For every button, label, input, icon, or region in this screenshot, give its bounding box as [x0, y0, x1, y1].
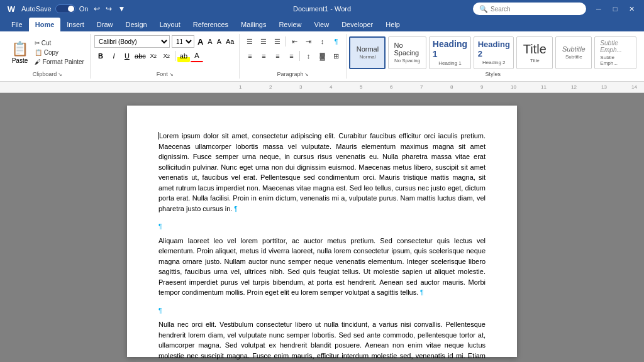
pilcrow-mark: ¶ [232, 206, 237, 212]
autosave-toggle[interactable] [55, 4, 75, 13]
align-left-button[interactable]: ≡ [243, 50, 256, 62]
cut-button[interactable]: ✂ Cut [33, 39, 86, 47]
shrink-font-icon[interactable]: A [206, 37, 213, 46]
align-right-button[interactable]: ≡ [271, 50, 284, 62]
style-item-normal[interactable]: NormalNormal [349, 36, 386, 69]
subscript-button[interactable]: X2 [147, 50, 160, 62]
document-area[interactable]: Lorem ipsum dolor sit amet, consectetur … [0, 93, 644, 362]
tab-layout[interactable]: Layout [153, 18, 187, 31]
maximize-button[interactable]: □ [608, 3, 623, 15]
ruler-mark-1: 1 [239, 84, 269, 90]
ruler-mark-14: 14 [631, 84, 644, 90]
paragraph-label: Paragraph ↘ [277, 70, 309, 77]
paragraph-expand-icon[interactable]: ↘ [304, 72, 309, 77]
minimize-button[interactable]: ─ [591, 3, 606, 15]
tab-references[interactable]: References [187, 18, 235, 31]
customize-quick-access[interactable]: ▼ [116, 4, 127, 14]
ruler: 12345678910111213141516 [0, 82, 644, 93]
ribbon-group-font: Calibri (Body) 11 A A A Aa B I U abc X2 … [91, 34, 240, 79]
paragraph-4: ¶ [158, 305, 486, 316]
highlight-button[interactable]: ab [177, 50, 190, 62]
title-bar-right: 🔍 ─ □ ✕ [473, 3, 639, 15]
paragraph-5: Nulla nec orci elit. Vestibulum consecte… [158, 319, 486, 362]
text-cursor [158, 132, 159, 140]
shading-button[interactable]: ▓ [316, 50, 328, 62]
clipboard-label: Clipboard ↘ [33, 70, 63, 77]
clipboard-expand-icon[interactable]: ↘ [58, 72, 62, 77]
decrease-indent-button[interactable]: ⇤ [288, 35, 301, 48]
style-item-subtitle[interactable]: SubtitleSubtitle [555, 36, 592, 69]
window-controls: ─ □ ✕ [591, 3, 639, 15]
font-expand-icon[interactable]: ↘ [169, 72, 174, 77]
case-icon[interactable]: Aa [225, 37, 235, 46]
close-button[interactable]: ✕ [624, 3, 639, 15]
ruler-mark-4: 4 [330, 84, 360, 90]
tab-view[interactable]: View [308, 18, 335, 31]
ribbon-group-styles: NormalNormalNo SpacingNo SpacingHeading … [347, 34, 639, 79]
pilcrow-mark: ¶ [418, 289, 423, 296]
style-item-heading-1[interactable]: Heading 1Heading 1 [429, 36, 472, 69]
para-row-1: ☰ ☰ ☰ ⇤ ⇥ ↕ ¶ [243, 35, 342, 48]
tab-insert[interactable]: Insert [60, 18, 91, 31]
style-item-no-spacing[interactable]: No SpacingNo Spacing [388, 36, 426, 69]
tab-mailings[interactable]: Mailings [235, 18, 272, 31]
doc-title: Document1 - Word [293, 5, 351, 13]
font-size-select[interactable]: 11 [172, 35, 194, 48]
increase-indent-button[interactable]: ⇥ [302, 35, 314, 48]
style-item-title[interactable]: TitleTitle [516, 36, 553, 69]
tab-developer[interactable]: Developer [335, 18, 379, 31]
ruler-mark-12: 12 [571, 84, 601, 90]
ribbon: 📋 Paste ✂ Cut 📋 Copy 🖌 Format Painter Cl… [0, 31, 644, 82]
autosave-label: AutoSave [21, 5, 52, 13]
tab-file[interactable]: File [5, 18, 29, 31]
divider2 [286, 36, 286, 47]
italic-button[interactable]: I [108, 50, 120, 62]
clear-format-icon[interactable]: A [216, 37, 223, 46]
ruler-mark-6: 6 [390, 84, 420, 90]
sort-button[interactable]: ↕ [316, 35, 328, 48]
borders-button[interactable]: ⊞ [330, 50, 342, 62]
ruler-mark-3: 3 [299, 84, 330, 90]
underline-button[interactable]: U [121, 50, 133, 62]
justify-button[interactable]: ≡ [285, 50, 297, 62]
font-family-select[interactable]: Calibri (Body) [94, 35, 170, 48]
ruler-mark-9: 9 [480, 84, 511, 90]
show-all-button[interactable]: ¶ [330, 35, 342, 48]
title-bar: W AutoSave On ↩ ↪ ▼ Document1 - Word 🔍 ─… [0, 0, 644, 18]
style-item-heading-2[interactable]: Heading 2Heading 2 [474, 36, 514, 69]
tab-design[interactable]: Design [119, 18, 153, 31]
paste-button[interactable]: 📋 Paste [9, 40, 31, 65]
document-page: Lorem ipsum dolor sit amet, consectetur … [127, 106, 517, 357]
undo-redo-group: ↩ ↪ ▼ [92, 4, 127, 14]
pilcrow-mark: ¶ [158, 307, 162, 314]
paste-label: Paste [12, 57, 28, 64]
grow-font-icon[interactable]: A [196, 36, 204, 47]
superscript-button[interactable]: X2 [160, 50, 173, 62]
strikethrough-button[interactable]: abc [134, 50, 147, 62]
search-icon: 🔍 [479, 5, 488, 13]
tab-home[interactable]: Home [29, 18, 61, 31]
ruler-mark-8: 8 [450, 84, 480, 90]
style-item-subtle-emph...[interactable]: Subtle Emph...Subtle Emph... [594, 36, 636, 69]
line-spacing-button[interactable]: ↕ [302, 50, 314, 62]
search-input[interactable] [491, 6, 580, 13]
search-bar[interactable]: 🔍 [473, 3, 586, 15]
redo-button[interactable]: ↪ [104, 4, 114, 14]
divider [175, 51, 175, 61]
tab-draw[interactable]: Draw [91, 18, 119, 31]
multilevel-button[interactable]: ☰ [271, 35, 284, 48]
font-color-button[interactable]: A [191, 50, 203, 62]
font-label: Font ↘ [157, 70, 174, 77]
bullets-button[interactable]: ☰ [243, 35, 256, 48]
bold-button[interactable]: B [94, 50, 107, 62]
tab-review[interactable]: Review [272, 18, 308, 31]
undo-button[interactable]: ↩ [92, 4, 102, 14]
ruler-mark-5: 5 [360, 84, 390, 90]
numbering-button[interactable]: ☰ [257, 35, 270, 48]
align-center-button[interactable]: ≡ [257, 50, 270, 62]
word-icon: W [5, 3, 18, 15]
format-painter-button[interactable]: 🖌 Format Painter [33, 58, 86, 66]
copy-button[interactable]: 📋 Copy [33, 48, 86, 57]
tab-help[interactable]: Help [379, 18, 406, 31]
divider3 [299, 51, 300, 61]
